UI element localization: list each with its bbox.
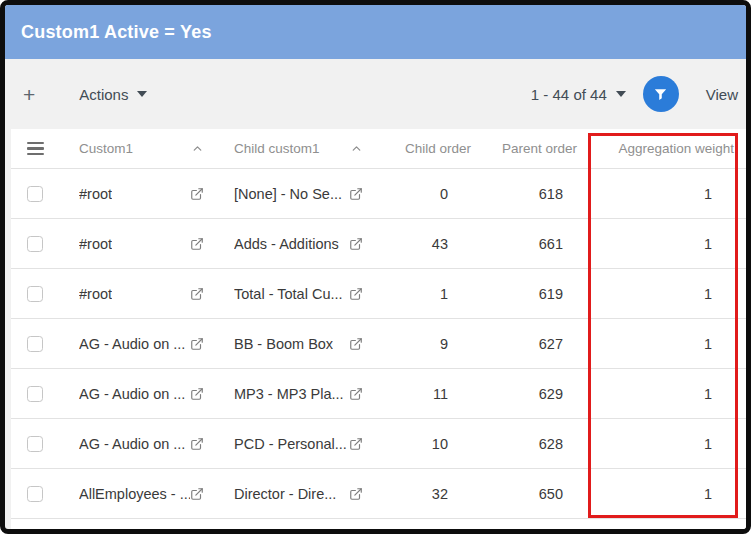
grid-menu-cell xyxy=(11,129,59,168)
page-title: Custom1 Active = Yes xyxy=(21,22,212,43)
aggregation-weight-cell: 1 xyxy=(579,369,746,418)
aggregation-weight-cell: 1 xyxy=(579,319,746,368)
chevron-up-icon xyxy=(350,142,363,155)
child-order-cell: 0 xyxy=(373,169,473,218)
actions-label: Actions xyxy=(79,86,128,103)
child-custom1-cell: MP3 - MP3 Pla... xyxy=(234,386,344,402)
aggregation-weight-cell: 1 xyxy=(579,219,746,268)
child-custom1-cell: [None] - No Se... xyxy=(234,186,342,202)
toolbar-right-group: 1 - 44 of 44 View xyxy=(531,76,738,112)
column-header-parent-order[interactable]: Parent order xyxy=(473,129,579,168)
add-button[interactable]: + xyxy=(23,84,35,105)
custom1-cell: AllEmployees - ... xyxy=(79,486,190,502)
column-header-custom1[interactable]: Custom1 xyxy=(59,129,214,168)
child-custom1-cell: Director - Dire... xyxy=(234,486,336,502)
row-checkbox[interactable] xyxy=(27,186,43,202)
aggregation-weight-cell: 1 xyxy=(579,169,746,218)
hamburger-menu-icon[interactable] xyxy=(27,142,44,155)
table-row[interactable]: AG - Audio on ... BB - Boom Box 9 627 1 xyxy=(11,319,746,369)
panel-titlebar: Custom1 Active = Yes xyxy=(5,5,746,59)
filter-funnel-icon xyxy=(652,86,669,103)
pagination-label: 1 - 44 of 44 xyxy=(531,86,607,103)
aggregation-weight-cell: 1 xyxy=(579,269,746,318)
data-grid: Custom1 Child custom1 Child order Parent… xyxy=(11,129,746,529)
parent-order-cell: 650 xyxy=(473,469,579,518)
external-link-icon[interactable] xyxy=(190,287,204,301)
external-link-icon[interactable] xyxy=(349,287,363,301)
parent-order-cell: 628 xyxy=(473,419,579,468)
table-row[interactable]: AG - Audio on ... MP3 - MP3 Pla... 11 62… xyxy=(11,369,746,419)
chevron-up-icon xyxy=(191,142,204,155)
custom1-cell: AG - Audio on ... xyxy=(79,386,185,402)
pagination-dropdown[interactable]: 1 - 44 of 44 xyxy=(531,86,626,103)
row-checkbox[interactable] xyxy=(27,336,43,352)
child-order-cell: 43 xyxy=(373,219,473,268)
row-checkbox[interactable] xyxy=(27,386,43,402)
child-custom1-cell: Adds - Additions xyxy=(234,236,339,252)
external-link-icon[interactable] xyxy=(349,187,363,201)
column-label: Child custom1 xyxy=(234,141,320,156)
child-custom1-cell: Total - Total Cu... xyxy=(234,286,343,302)
toolbar: + Actions 1 - 44 of 44 View xyxy=(5,59,746,129)
column-header-child-order[interactable]: Child order xyxy=(373,129,473,168)
caret-down-icon xyxy=(137,91,147,97)
row-checkbox[interactable] xyxy=(27,286,43,302)
external-link-icon[interactable] xyxy=(190,387,204,401)
column-header-aggregation-weight[interactable]: Aggregation weight xyxy=(579,129,746,168)
filter-button[interactable] xyxy=(643,76,679,112)
column-header-child-custom1[interactable]: Child custom1 xyxy=(214,129,373,168)
external-link-icon[interactable] xyxy=(190,337,204,351)
row-checkbox[interactable] xyxy=(27,486,43,502)
table-header-row: Custom1 Child custom1 Child order Parent… xyxy=(11,129,746,169)
table-row[interactable]: #root [None] - No Se... 0 618 1 xyxy=(11,169,746,219)
external-link-icon[interactable] xyxy=(190,437,204,451)
row-checkbox[interactable] xyxy=(27,236,43,252)
external-link-icon[interactable] xyxy=(349,237,363,251)
child-order-cell: 10 xyxy=(373,419,473,468)
view-button[interactable]: View xyxy=(706,86,738,103)
child-custom1-cell: BB - Boom Box xyxy=(234,336,333,352)
aggregation-weight-cell: 1 xyxy=(579,419,746,468)
table-row[interactable]: AG - Audio on ... PCD - Personal... 10 6… xyxy=(11,419,746,469)
column-label: Custom1 xyxy=(79,141,133,156)
table-row[interactable]: AllEmployees - ... Director - Dire... 32… xyxy=(11,469,746,519)
screenshot-frame: Custom1 Active = Yes + Actions 1 - 44 of… xyxy=(0,0,751,534)
parent-order-cell: 627 xyxy=(473,319,579,368)
table-row[interactable]: #root Total - Total Cu... 1 619 1 xyxy=(11,269,746,319)
external-link-icon[interactable] xyxy=(349,487,363,501)
custom1-cell: AG - Audio on ... xyxy=(79,336,185,352)
parent-order-cell: 629 xyxy=(473,369,579,418)
external-link-icon[interactable] xyxy=(349,437,363,451)
external-link-icon[interactable] xyxy=(190,237,204,251)
custom1-cell: #root xyxy=(79,236,112,252)
child-order-cell: 11 xyxy=(373,369,473,418)
external-link-icon[interactable] xyxy=(190,487,204,501)
external-link-icon[interactable] xyxy=(349,337,363,351)
custom1-cell: #root xyxy=(79,186,112,202)
actions-menu-button[interactable]: Actions xyxy=(79,86,147,103)
parent-order-cell: 619 xyxy=(473,269,579,318)
custom1-cell: AG - Audio on ... xyxy=(79,436,185,452)
child-order-cell: 1 xyxy=(373,269,473,318)
custom1-cell: #root xyxy=(79,286,112,302)
parent-order-cell: 618 xyxy=(473,169,579,218)
parent-order-cell: 661 xyxy=(473,219,579,268)
external-link-icon[interactable] xyxy=(349,387,363,401)
child-order-cell: 32 xyxy=(373,469,473,518)
aggregation-weight-cell: 1 xyxy=(579,469,746,518)
external-link-icon[interactable] xyxy=(190,187,204,201)
row-checkbox[interactable] xyxy=(27,436,43,452)
child-order-cell: 9 xyxy=(373,319,473,368)
child-custom1-cell: PCD - Personal... xyxy=(234,436,347,452)
caret-down-icon xyxy=(616,91,626,97)
table-row[interactable]: #root Adds - Additions 43 661 1 xyxy=(11,219,746,269)
